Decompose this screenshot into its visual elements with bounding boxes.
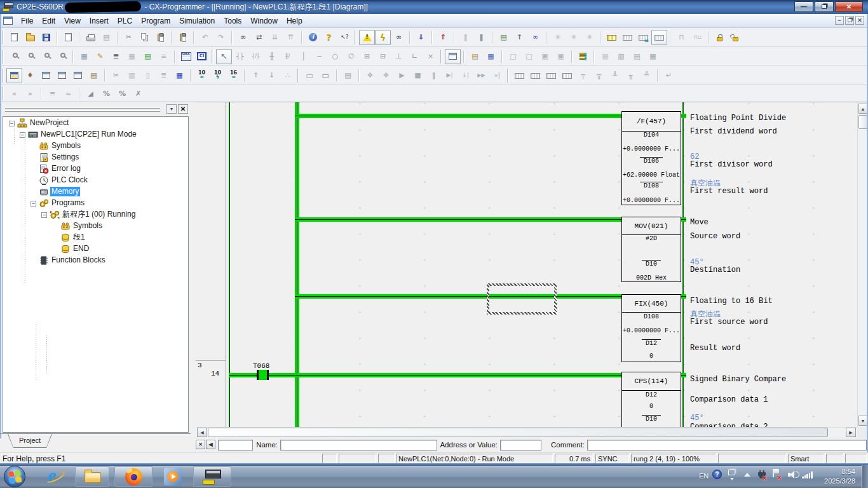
paste-special-icon[interactable] [175, 30, 191, 45]
function-instruction-icon[interactable]: ⊞ [359, 49, 375, 64]
tree-item-symbols[interactable]: Symbols [72, 221, 104, 231]
media-player-icon[interactable] [164, 468, 182, 485]
invoke-block-icon[interactable]: ⊥ [391, 49, 407, 64]
edit-back-button[interactable]: ◀ [206, 440, 215, 449]
io-comment-view-icon[interactable]: ▤ [140, 49, 156, 64]
return-jump-icon[interactable]: ↵ [661, 68, 677, 83]
force-reset-icon[interactable]: ✳ [566, 30, 581, 45]
transfer-program-icon[interactable]: ↑ [512, 30, 527, 45]
contact-or-nc-icon[interactable]: ╫/ [280, 49, 295, 64]
tray-help-icon[interactable]: ? [712, 470, 722, 479]
app-icon[interactable] [3, 3, 14, 12]
contact-nc-icon[interactable]: ┤/├ [248, 49, 264, 64]
network-4-icon[interactable]: ╥ [623, 68, 639, 83]
edit-close-button[interactable]: ✕ [196, 440, 205, 449]
panel-close-button[interactable]: ✕ [178, 104, 188, 114]
window-new-icon[interactable] [6, 68, 22, 83]
tray-network-icon[interactable] [802, 471, 813, 478]
tree-item-end[interactable]: END [72, 244, 90, 254]
new-icon[interactable] [6, 30, 22, 45]
memory-box-icon[interactable]: ▦ [172, 68, 187, 83]
menu-insert[interactable]: Insert [85, 15, 113, 27]
force-cancel-icon[interactable]: ✳ [581, 30, 597, 45]
menu-plc[interactable]: PLC [113, 15, 137, 27]
split-pane-icon[interactable]: ✂ [108, 68, 124, 83]
panel-grip[interactable] [5, 107, 160, 109]
plc-program-1-icon[interactable]: ▭ [302, 68, 318, 83]
about-icon[interactable]: i [305, 30, 321, 45]
instruction-block-f457[interactable]: /F(457)D104+0.0000000 F...D106+62.00000 … [621, 111, 681, 205]
print-setup-icon[interactable] [60, 30, 76, 45]
tray-window-icon[interactable] [728, 470, 735, 475]
transfer-to-plc-icon[interactable]: ⇓ [413, 30, 429, 45]
address-reference-icon[interactable]: ≣ [108, 49, 124, 64]
align-rungs-icon[interactable]: ≡ [44, 86, 60, 101]
pause-program-icon[interactable]: ‖ [426, 68, 442, 83]
tray-show-hidden-icons[interactable] [744, 473, 750, 477]
tree-item-settings[interactable]: Settings [50, 152, 80, 162]
horizontal-scroll-thumb[interactable] [208, 428, 828, 437]
tab-project[interactable]: Project [8, 434, 51, 447]
window-float-icon[interactable] [445, 49, 461, 64]
menu-simulation[interactable]: Simulation [175, 15, 219, 27]
line-delete-icon[interactable]: ∟ [407, 49, 423, 64]
watch-window-3-icon[interactable] [635, 30, 651, 45]
toggle-forced-icon[interactable]: ▣ [553, 49, 569, 64]
tree-item-error-log[interactable]: Error log [50, 164, 82, 173]
time-chart-monitor-icon[interactable]: ⊓⊔ [689, 30, 705, 45]
memory-card-4-icon[interactable] [559, 68, 575, 83]
io-table-icon[interactable]: ▤ [340, 68, 356, 83]
print-preview-icon[interactable]: ▤ [98, 30, 114, 45]
panel-dropdown-button[interactable]: ▼ [166, 104, 177, 114]
contact-t068[interactable] [257, 370, 269, 380]
print-icon[interactable] [83, 30, 98, 45]
memory-card-2-icon[interactable] [527, 68, 543, 83]
open-icon[interactable] [22, 30, 38, 45]
indent-right-icon[interactable]: » [22, 86, 38, 101]
mark-pen-icon[interactable]: ◢ [83, 86, 98, 101]
zoom-out-icon[interactable] [54, 49, 70, 64]
menu-program[interactable]: Program [137, 15, 175, 27]
tree-item-plc-clock[interactable]: PLC Clock [50, 175, 89, 185]
cut-icon[interactable]: ✂ [121, 30, 137, 45]
set-password-icon[interactable] [712, 30, 728, 45]
cursor-selection-box[interactable] [487, 283, 557, 315]
zoom-in-icon[interactable] [38, 49, 54, 64]
restore-button[interactable] [815, 1, 834, 12]
window-find-icon[interactable] [54, 68, 70, 83]
replace-icon[interactable]: ⇄ [251, 30, 267, 45]
coil-not-icon[interactable]: ∅ [343, 49, 359, 64]
menu-file[interactable]: File [17, 15, 37, 27]
online-edit-icon[interactable]: ▥ [124, 68, 140, 83]
compile-icon[interactable]: ▤ [496, 30, 512, 45]
compile-tool-icon[interactable]: ♦ [22, 68, 38, 83]
symbol-monitor-icon[interactable]: ▦ [124, 49, 140, 64]
tree-item-programs[interactable]: Programs [50, 198, 86, 208]
tree-item-newplc1-cp2e-run-mode[interactable]: NewPLC1[CP2E] Run Mode [39, 130, 138, 139]
mdi-minimize-button[interactable]: – [835, 16, 844, 25]
force-set-icon[interactable]: ✳ [550, 30, 566, 45]
radix-decimal-icon[interactable]: 10∞ [194, 68, 210, 83]
continuous-run-icon[interactable]: ▶▶ [473, 68, 489, 83]
zoom-region-icon[interactable] [22, 49, 38, 64]
network-5-icon[interactable]: ╩ [639, 68, 654, 83]
cancel-changes-icon[interactable]: ≣ [156, 68, 172, 83]
save-icon[interactable] [38, 30, 54, 45]
dialog-symbols-icon[interactable]: ▥ [613, 49, 629, 64]
mark-percent-1-icon[interactable]: % [98, 86, 114, 101]
rung-shortcut-icon[interactable]: ≡ [156, 49, 172, 64]
taskbar-cx-programmer-button[interactable] [193, 466, 231, 487]
force-bit-icon[interactable]: ▣ [537, 49, 553, 64]
find-report-icon[interactable]: ⇊ [267, 30, 283, 45]
data-stack-icon[interactable]: ▤ [467, 49, 483, 64]
monitor-gears-icon[interactable]: ∴ [280, 68, 295, 83]
fb-instance-icon[interactable] [575, 49, 591, 64]
instruction-block-cps114[interactable]: CPS(114)D120D10 [621, 372, 681, 427]
tray-volume-icon[interactable] [788, 471, 801, 480]
monitor-up-icon[interactable]: ↑ [248, 68, 264, 83]
tray-clock[interactable]: 8:542025/3/28 [818, 467, 855, 486]
monitor-mode-icon[interactable]: ϟ [375, 30, 391, 45]
window-monitor-icon[interactable] [38, 68, 54, 83]
stop-program-icon[interactable]: ■ [410, 68, 426, 83]
menu-help[interactable]: Help [282, 15, 307, 27]
